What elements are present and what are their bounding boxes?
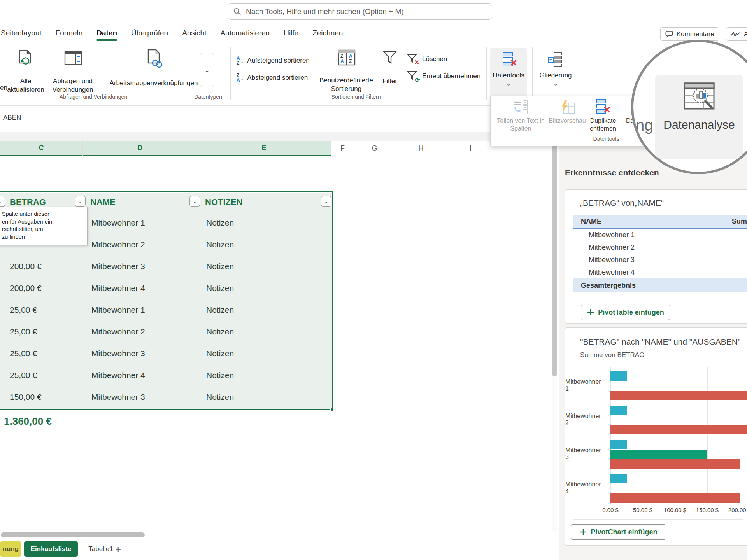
comment-icon <box>665 30 673 38</box>
search-box[interactable] <box>228 4 492 20</box>
menu-group-label: Datentools <box>577 136 635 142</box>
menu-item-remove-duplicates[interactable]: Duplikate entfernen <box>582 117 624 133</box>
pivot-total-row: Gesamtergebnis <box>573 278 747 292</box>
filter-button[interactable]: Filter <box>374 77 406 86</box>
sheet-tab-einkaufsliste[interactable]: Einkaufsliste <box>24 541 78 557</box>
svg-text:Z: Z <box>340 53 343 59</box>
custom-sort-button[interactable]: Benutzerdefinierte Sortierung <box>315 76 377 93</box>
chart-bar-teal <box>610 474 627 483</box>
sort-desc-label: Absteigend sortieren <box>247 74 308 82</box>
selection-fill-handle[interactable] <box>330 408 334 411</box>
analyze-data-button[interactable]: Datenanalyse <box>655 75 743 159</box>
reapply-filter-label: Erneut übernehmen <box>422 72 480 80</box>
ribbon-tab-überprüfen[interactable]: Überprüfen <box>131 29 168 37</box>
chart-category-label: Mitbewohner 3 <box>565 437 606 471</box>
column-header-H[interactable]: H <box>395 141 447 156</box>
reapply-filter-button[interactable]: ⟳ Erneut übernehmen <box>407 71 480 82</box>
chart-bar-teal <box>610 371 627 381</box>
queries-connections-button[interactable]: Abfragen und Verbindungen <box>47 77 98 94</box>
ribbon-tab-automatisieren[interactable]: Automatisieren <box>220 29 270 37</box>
svg-text:A: A <box>340 59 344 64</box>
svg-text:A: A <box>349 53 352 59</box>
chart-bar-red <box>610 425 747 434</box>
chart-x-tick: 100.00 $ <box>658 507 693 513</box>
outline-button[interactable]: + Gliederung ⌄ <box>536 48 575 96</box>
chart-category-row: Mitbewohner 4 <box>565 471 747 505</box>
data-tools-label: Datentools <box>490 72 527 79</box>
ribbon-tab-hilfe[interactable]: Hilfe <box>284 29 298 37</box>
pivot-total-label: Gesamtergebnis <box>581 282 636 290</box>
column-header-C[interactable]: C <box>0 141 83 156</box>
clear-filter-icon: ✕ <box>407 54 419 65</box>
ribbon-tab-formeln[interactable]: Formeln <box>56 29 83 37</box>
chart-bar-teal <box>610 440 627 449</box>
insert-pivottable-button[interactable]: PivotTable einfügen <box>581 304 670 320</box>
plus-icon: + <box>115 543 121 555</box>
chart-bar-teal <box>610 406 627 415</box>
sort-descending-button[interactable]: ZA↓ Absteigend sortieren <box>237 73 308 82</box>
tooltip-line: Spalte unter dieser <box>2 210 83 218</box>
ribbon-tab-daten[interactable]: Daten <box>96 29 117 37</box>
insert-pivotchart-button[interactable]: PivotChart einfügen <box>571 524 666 540</box>
column-header-row: CDEFGHI <box>0 141 551 156</box>
refresh-all-button[interactable]: Alle aktualisieren <box>1 77 51 94</box>
svg-text:Z: Z <box>349 59 352 64</box>
formula-bar[interactable]: ABEN <box>0 106 551 132</box>
ribbon-tab-zeichnen[interactable]: Zeichnen <box>312 29 343 37</box>
chart-category-row: Mitbewohner 1 <box>565 368 747 402</box>
tooltip-line: zu finden <box>2 233 83 241</box>
data-tools-button[interactable]: ✕ Datentools ⌄ <box>490 48 527 96</box>
sort-desc-icon: ZA↓ <box>237 73 244 82</box>
outline-label: Gliederung <box>536 72 575 79</box>
clipped-right-button[interactable]: Au <box>726 27 747 41</box>
data-types-gallery-button[interactable]: ⌄ <box>200 53 214 87</box>
plus-icon <box>580 528 587 536</box>
column-header-D[interactable]: D <box>83 141 197 156</box>
title-bar <box>0 0 747 23</box>
group-label-sort-filter: Sortieren und Filtern <box>298 94 414 100</box>
column-header-I[interactable]: I <box>447 141 494 156</box>
analyze-data-icon <box>655 81 743 115</box>
chart-bar-red <box>610 494 740 503</box>
reapply-filter-icon: ⟳ <box>407 71 419 82</box>
chart-category-label: Mitbewohner 4 <box>565 471 606 505</box>
comments-button[interactable]: Kommentare <box>660 27 719 41</box>
remove-duplicates-icon: ✕ <box>595 99 611 116</box>
search-input[interactable] <box>246 7 486 16</box>
workbook-links-button[interactable]: Arbeitsmappenverknüpfungen <box>105 79 202 88</box>
pivot-rows: Mitbewohner 1Mitbewohner 2Mitbewohner 3M… <box>573 229 747 278</box>
sheet-tab-tabelle1[interactable]: Tabelle1 <box>83 541 118 557</box>
outline-icon: + <box>548 52 563 69</box>
data-tools-menu: Teilen von Text in Spalten Blitzvorschau… <box>490 96 654 146</box>
column-header-E[interactable]: E <box>197 141 331 156</box>
chart-bar-red <box>610 459 740 469</box>
column-header-F[interactable]: F <box>331 141 354 156</box>
ribbon-tab-seitenlayout[interactable]: Seitenlayout <box>1 29 42 37</box>
queries-icon <box>64 50 82 67</box>
chart-bar-red <box>610 391 747 400</box>
ribbon-tab-ansicht[interactable]: Ansicht <box>182 29 206 37</box>
clear-filter-button[interactable]: ✕ Löschen <box>407 54 447 65</box>
data-tools-icon: ✕ <box>490 52 527 69</box>
pivot-row: Mitbewohner 4 <box>573 266 747 278</box>
comments-label: Kommentare <box>677 30 714 38</box>
chart-x-tick: 50.00 $ <box>625 507 660 513</box>
sheet-tab-clipped[interactable]: nung <box>0 541 21 557</box>
pivot-row: Mitbewohner 2 <box>573 241 747 254</box>
chevron-down-icon: ⌄ <box>536 82 575 86</box>
sort-ascending-button[interactable]: AZ↓ Aufsteigend sortieren <box>237 56 310 65</box>
pivot-row: Mitbewohner 3 <box>573 254 747 266</box>
sort-asc-label: Aufsteigend sortieren <box>247 57 310 65</box>
pivot-table-header: NAME Summe <box>573 215 747 229</box>
add-sheet-button[interactable]: + <box>115 541 121 557</box>
chart-x-tick: 200.00 $ <box>722 507 747 513</box>
sheet-tab-clipped-label: nung <box>3 545 19 553</box>
vertical-scrollbar-thumb[interactable] <box>552 143 557 376</box>
column-header-G[interactable]: G <box>354 141 395 156</box>
formula-grid-gap <box>0 132 551 141</box>
pivot-col-name: NAME <box>581 217 601 226</box>
chart-title: "BETRAG" nach "NAME" und "AUSGABEN" <box>580 337 740 346</box>
tooltip-line: en für Ausgaben ein. <box>2 218 83 226</box>
horizontal-scrollbar-thumb[interactable] <box>1 532 145 537</box>
sheet-tab-other-label: Tabelle1 <box>88 545 113 553</box>
